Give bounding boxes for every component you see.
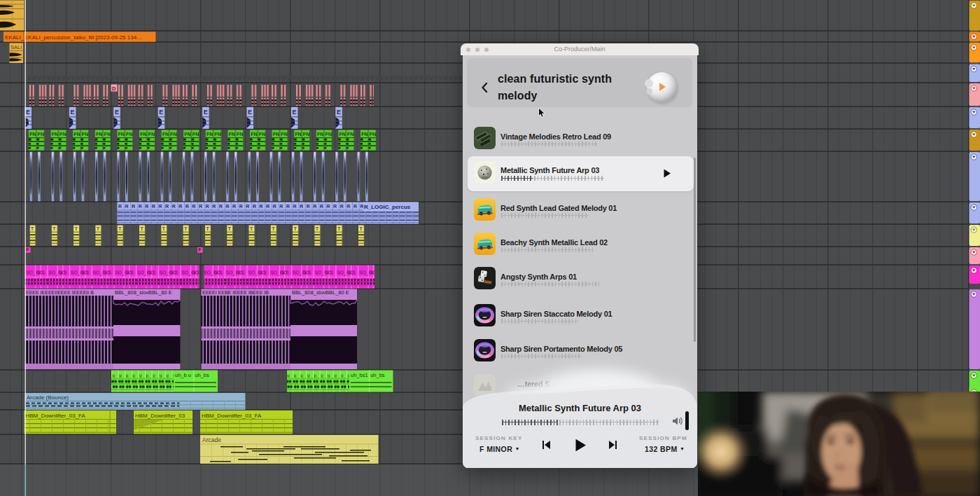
svg-text:EEEEI EEBE IEEEE IBEEE IB: EEEEI EEBE IEEEE IBEEE IB (202, 290, 269, 295)
svg-text:uh_b u: uh_b u (175, 372, 191, 378)
svg-text:BBL_808_slov: BBL_808_slov (292, 289, 326, 296)
svg-text:Arcade (Bounce): Arcade (Bounce) (27, 394, 69, 401)
svg-text:EKALI_percussion_taiko_fill [2: EKALI_percussion_taiko_fill [2023-09-25 … (24, 34, 142, 41)
svg-text:SALI: SALI (10, 44, 22, 50)
svg-text:HBM_Downlifter_03_FA: HBM_Downlifter_03_FA (26, 413, 86, 419)
svg-text:EEEE IEEEEIIEEEE IEEEEII B: EEEE IEEEEIIEEEE IEEEEII B (26, 290, 94, 295)
svg-text:uh_bs1: uh_bs1 (351, 372, 368, 378)
svg-text:F: F (198, 247, 201, 252)
svg-text:HBM_Downlifter_03: HBM_Downlifter_03 (135, 413, 186, 419)
svg-text:F: F (26, 247, 29, 252)
svg-text:BBL_80 E: BBL_80 E (148, 289, 172, 296)
svg-text:uh_bs: uh_bs (370, 372, 385, 378)
svg-text:uh_bs: uh_bs (195, 372, 209, 378)
svg-text:BBL_80 E: BBL_80 E (326, 289, 349, 296)
svg-text:R_LOGIC_percus: R_LOGIC_percus (364, 204, 411, 210)
svg-text:BBL_808_slov: BBL_808_slov (115, 289, 149, 296)
svg-text:Arcade: Arcade (202, 436, 221, 443)
svg-text:HBM_Downlifter_03_FA: HBM_Downlifter_03_FA (202, 413, 262, 419)
svg-text:D: D (112, 85, 116, 92)
svg-text:EKALI_: EKALI_ (5, 34, 24, 41)
